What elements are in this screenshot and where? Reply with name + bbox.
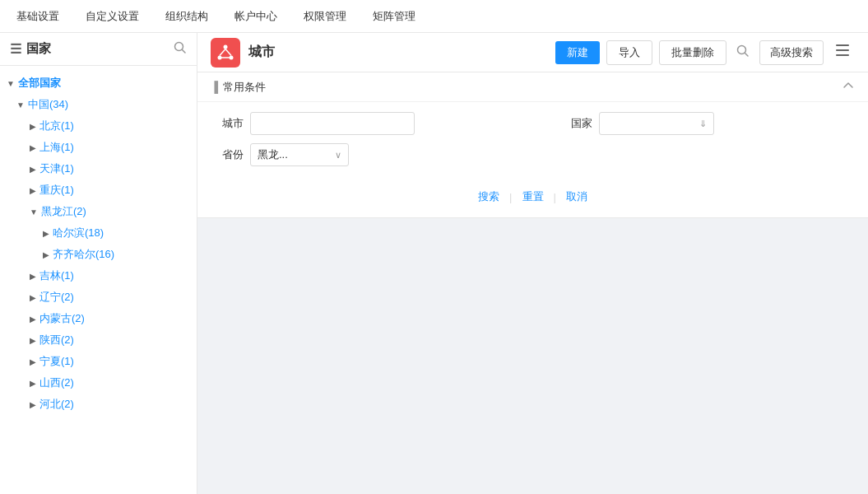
tree-label-qiqihar[interactable]: 齐齐哈尔(16) xyxy=(53,247,114,262)
divider-1: | xyxy=(509,191,512,203)
tree-arrow-liaoning: ▶ xyxy=(30,293,36,302)
tree-label-heilongjiang[interactable]: 黑龙江(2) xyxy=(41,204,86,219)
sidebar-header: ☰ 国家 xyxy=(0,33,197,66)
tree-arrow-inner-mongolia: ▶ xyxy=(30,315,36,324)
filter-country-arrow: ⇓ xyxy=(699,119,707,129)
tree-arrow-shanghai: ▶ xyxy=(30,143,36,152)
tree-item-china[interactable]: ▼ 中国(34) xyxy=(0,94,197,115)
app-icon xyxy=(211,38,240,68)
filter-panel-title: ▐ 常用条件 xyxy=(211,80,266,95)
content-area: 城市 新建 导入 批量删除 高级搜索 xyxy=(197,33,868,494)
filter-field-province: 省份 黑龙... ∨ xyxy=(211,143,855,166)
nav-item-basic-settings[interactable]: 基础设置 xyxy=(13,0,63,33)
tree-label-chongqing[interactable]: 重庆(1) xyxy=(39,183,74,198)
tree-item-all-countries[interactable]: ▼ 全部国家 xyxy=(0,72,197,94)
tree-arrow-chongqing: ▶ xyxy=(30,186,36,195)
content-body xyxy=(197,218,868,494)
tree-label-hebei[interactable]: 河北(2) xyxy=(39,397,74,412)
tree-arrow-heilongjiang: ▼ xyxy=(30,207,38,217)
content-title: 城市 xyxy=(248,44,275,61)
filter-panel-title-text: 常用条件 xyxy=(223,80,266,95)
tree-item-shanxi[interactable]: ▶ 山西(2) xyxy=(0,372,197,394)
tree-item-shanghai[interactable]: ▶ 上海(1) xyxy=(0,137,197,158)
tree-item-hebei[interactable]: ▶ 河北(2) xyxy=(0,394,197,415)
tree-item-inner-mongolia[interactable]: ▶ 内蒙古(2) xyxy=(0,308,197,329)
tree-arrow-shaanxi: ▶ xyxy=(30,336,36,345)
reset-button[interactable]: 重置 xyxy=(516,188,550,206)
tree-arrow-hebei: ▶ xyxy=(30,400,36,409)
tree-item-beijing[interactable]: ▶ 北京(1) xyxy=(0,115,197,137)
tree-label-all-countries[interactable]: 全部国家 xyxy=(18,76,61,91)
header-search-icon[interactable] xyxy=(733,41,753,64)
filter-collapse-icon[interactable] xyxy=(842,79,855,95)
filter-row-2: 省份 黑龙... ∨ xyxy=(211,143,855,166)
svg-rect-10 xyxy=(836,44,849,46)
main-layout: ☰ 国家 ▼ 全部国家 ▼ 中国(34) ▶ xyxy=(0,33,868,494)
filter-body: 城市 国家 ⇓ 省份 黑龙... xyxy=(197,102,868,181)
tree-arrow-tianjin: ▶ xyxy=(30,165,36,174)
tree-item-liaoning[interactable]: ▶ 辽宁(2) xyxy=(0,287,197,308)
content-header-left: 城市 xyxy=(211,38,275,68)
tree-label-beijing[interactable]: 北京(1) xyxy=(39,119,74,133)
tree-label-shanxi[interactable]: 山西(2) xyxy=(39,375,74,390)
filter-row-1: 城市 国家 ⇓ xyxy=(211,112,855,135)
tree-item-ningxia[interactable]: ▶ 宁夏(1) xyxy=(0,351,197,372)
filter-input-city[interactable] xyxy=(250,112,415,135)
filter-panel-header: ▐ 常用条件 xyxy=(197,72,868,102)
sidebar-title: 国家 xyxy=(26,41,51,57)
nav-item-org-structure[interactable]: 组织结构 xyxy=(162,0,211,33)
nav-item-matrix[interactable]: 矩阵管理 xyxy=(369,0,419,33)
tree-item-qiqihar[interactable]: ▶ 齐齐哈尔(16) xyxy=(0,244,197,265)
filter-label-country: 国家 xyxy=(559,116,592,131)
tree-label-shanghai[interactable]: 上海(1) xyxy=(39,140,74,155)
tree-label-liaoning[interactable]: 辽宁(2) xyxy=(39,290,74,305)
tree-arrow-harbin: ▶ xyxy=(43,229,49,238)
filter-label-city: 城市 xyxy=(211,116,244,131)
list-icon: ☰ xyxy=(10,41,21,57)
search-button[interactable]: 搜索 xyxy=(471,188,506,206)
tree-label-jilin[interactable]: 吉林(1) xyxy=(39,268,74,283)
filter-select-province[interactable]: 黑龙... ∨ xyxy=(250,143,349,166)
tree-arrow-ningxia: ▶ xyxy=(30,357,36,366)
tree-item-tianjin[interactable]: ▶ 天津(1) xyxy=(0,158,197,179)
tree-item-heilongjiang[interactable]: ▼ 黑龙江(2) xyxy=(0,201,197,222)
tree-label-harbin[interactable]: 哈尔滨(18) xyxy=(53,226,104,240)
nav-item-custom-settings[interactable]: 自定义设置 xyxy=(82,0,142,33)
svg-rect-12 xyxy=(836,54,849,56)
tree-item-harbin[interactable]: ▶ 哈尔滨(18) xyxy=(0,222,197,244)
filter-province-value: 黑龙... xyxy=(258,147,288,162)
sidebar-search-icon[interactable] xyxy=(174,41,187,57)
filter-field-country: 国家 ⇓ xyxy=(559,112,856,135)
tree-label-inner-mongolia[interactable]: 内蒙古(2) xyxy=(39,311,85,326)
sidebar-tree: ▼ 全部国家 ▼ 中国(34) ▶ 北京(1) ▶ 上海(1) ▶ 天津(1) xyxy=(0,66,197,494)
divider-2: | xyxy=(554,191,556,203)
advanced-search-button[interactable]: 高级搜索 xyxy=(759,40,824,65)
tree-label-tianjin[interactable]: 天津(1) xyxy=(39,161,74,176)
tree-arrow-all: ▼ xyxy=(7,79,15,88)
tree-label-ningxia[interactable]: 宁夏(1) xyxy=(39,354,74,369)
nav-item-account-center[interactable]: 帐户中心 xyxy=(231,0,281,33)
import-button[interactable]: 导入 xyxy=(606,40,652,65)
tree-item-shaanxi[interactable]: ▶ 陕西(2) xyxy=(0,329,197,351)
content-header: 城市 新建 导入 批量删除 高级搜索 xyxy=(197,33,868,72)
tree-arrow-china: ▼ xyxy=(16,100,25,110)
nav-item-permissions[interactable]: 权限管理 xyxy=(300,0,350,33)
new-button[interactable]: 新建 xyxy=(555,41,600,64)
filter-label-province: 省份 xyxy=(211,147,244,162)
tree-arrow-beijing: ▶ xyxy=(30,122,36,131)
tree-item-chongqing[interactable]: ▶ 重庆(1) xyxy=(0,179,197,201)
tree-item-jilin[interactable]: ▶ 吉林(1) xyxy=(0,265,197,287)
svg-line-5 xyxy=(220,49,225,55)
svg-rect-11 xyxy=(836,49,849,51)
tree-label-shaanxi[interactable]: 陕西(2) xyxy=(39,333,74,347)
batch-delete-button[interactable]: 批量删除 xyxy=(659,40,726,65)
filter-panel: ▐ 常用条件 城市 国家 xyxy=(197,72,868,218)
list-view-icon[interactable] xyxy=(830,41,855,63)
top-nav: 基础设置 自定义设置 组织结构 帐户中心 权限管理 矩阵管理 xyxy=(0,0,868,33)
content-header-right: 新建 导入 批量删除 高级搜索 xyxy=(555,40,855,65)
svg-line-6 xyxy=(225,49,231,55)
tree-arrow-qiqihar: ▶ xyxy=(43,250,49,259)
tree-label-china[interactable]: 中国(34) xyxy=(28,97,68,112)
cancel-button[interactable]: 取消 xyxy=(559,188,594,206)
filter-select-country[interactable]: ⇓ xyxy=(599,112,714,135)
